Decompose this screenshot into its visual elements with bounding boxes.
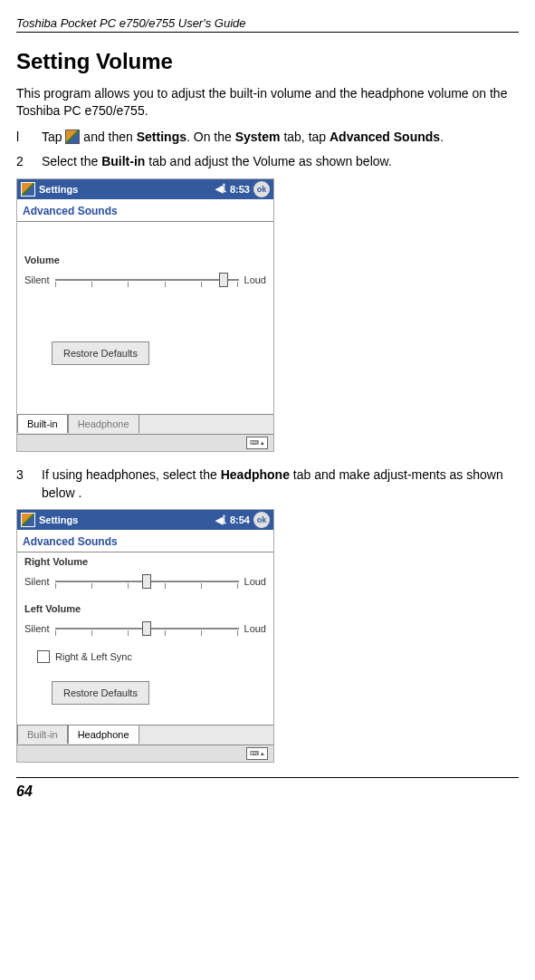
step-3: 3 If using headphones, select the Headph… — [16, 466, 519, 502]
step-1-body: Tap and then Settings. On the System tab… — [42, 129, 519, 147]
titlebar: Settings ◀ἱ 8:54 ok — [17, 510, 273, 530]
step-1-system: System — [235, 130, 281, 144]
step-2-builtin: Built-in — [101, 154, 145, 168]
volume-slider-row: Silent Loud — [24, 271, 266, 289]
step-1-number: l — [16, 129, 42, 147]
loud-label: Loud — [244, 623, 266, 634]
restore-defaults-button[interactable]: Restore Defaults — [52, 341, 149, 365]
ok-button[interactable]: ok — [253, 181, 270, 197]
sync-label: Right & Left Sync — [55, 651, 132, 662]
step-1-text-a: Tap — [42, 130, 65, 144]
clock: 8:54 — [230, 514, 250, 525]
left-volume-label: Left Volume — [24, 603, 266, 614]
screenshot-builtin: Settings ◀ἱ 8:53 ok Advanced Sounds Volu… — [16, 178, 274, 452]
start-icon[interactable] — [21, 513, 35, 527]
silent-label: Silent — [24, 623, 50, 634]
right-volume-slider[interactable] — [55, 572, 239, 591]
loud-label: Loud — [244, 274, 266, 285]
volume-label: Volume — [24, 255, 266, 265]
sync-checkbox[interactable] — [37, 650, 50, 663]
settings-section-title: Advanced Sounds — [17, 199, 273, 221]
footer-rule — [16, 777, 519, 778]
tab-bar: Built-in Headphone — [17, 725, 273, 745]
running-header: Toshiba Pocket PC e750/e755 User's Guide — [16, 16, 519, 30]
settings-section-title: Advanced Sounds — [17, 530, 273, 552]
page-number: 64 — [16, 783, 519, 800]
keyboard-icon[interactable]: ⌨ ▴ — [246, 437, 268, 449]
tab-builtin[interactable]: Built-in — [17, 414, 68, 433]
restore-defaults-button[interactable]: Restore Defaults — [52, 681, 149, 705]
start-icon — [65, 130, 80, 144]
titlebar: Settings ◀ἱ 8:53 ok — [17, 179, 273, 199]
right-volume-label: Right Volume — [24, 556, 266, 567]
window-title: Settings — [39, 184, 78, 195]
screenshot-headphone: Settings ◀ἱ 8:54 ok Advanced Sounds Righ… — [16, 509, 274, 763]
step-2-text-a: Select the — [42, 154, 101, 168]
loud-label: Loud — [244, 576, 266, 587]
tab-bar: Built-in Headphone — [17, 414, 273, 434]
tab-builtin[interactable]: Built-in — [17, 725, 68, 744]
step-1-text-b: and then — [83, 130, 136, 144]
start-icon[interactable] — [21, 182, 35, 197]
step-2-text-b: tab and adjust the Volume as shown below… — [145, 154, 391, 168]
silent-label: Silent — [24, 274, 50, 285]
left-volume-slider[interactable] — [55, 620, 239, 638]
step-1-text-e: . — [440, 130, 444, 144]
step-1-settings: Settings — [137, 130, 186, 144]
speaker-icon[interactable]: ◀ἱ — [215, 183, 226, 195]
speaker-icon[interactable]: ◀ἱ — [215, 514, 226, 526]
sip-bar: ⌨ ▴ — [17, 745, 273, 762]
step-1: l Tap and then Settings. On the System t… — [16, 129, 519, 147]
tab-headphone[interactable]: Headphone — [68, 414, 139, 433]
step-3-number: 3 — [16, 466, 42, 502]
intro-paragraph: This program allows you to adjust the bu… — [16, 85, 519, 120]
volume-slider[interactable] — [55, 271, 239, 289]
step-1-adv: Advanced Sounds — [330, 130, 440, 144]
step-2: 2 Select the Built-in tab and adjust the… — [16, 153, 519, 171]
step-3-text-a: If using headphones, select the — [42, 467, 221, 482]
sip-bar: ⌨ ▴ — [17, 434, 273, 451]
header-rule — [16, 32, 519, 33]
step-1-text-c: . On the — [186, 130, 235, 144]
sync-checkbox-row: Right & Left Sync — [37, 650, 266, 663]
left-volume-slider-row: Silent Loud — [24, 620, 266, 638]
step-2-number: 2 — [16, 153, 42, 171]
tab-headphone[interactable]: Headphone — [68, 725, 139, 744]
window-title: Settings — [39, 514, 78, 525]
step-2-body: Select the Built-in tab and adjust the V… — [42, 153, 519, 171]
silent-label: Silent — [24, 576, 50, 587]
clock: 8:53 — [230, 184, 250, 195]
ok-button[interactable]: ok — [253, 512, 270, 528]
right-volume-slider-row: Silent Loud — [24, 572, 266, 591]
step-3-headphone: Headphone — [221, 467, 290, 482]
keyboard-icon[interactable]: ⌨ ▴ — [246, 747, 268, 760]
page-title: Setting Volume — [16, 49, 519, 74]
step-3-body: If using headphones, select the Headphon… — [42, 466, 519, 502]
step-1-text-d: tab, tap — [281, 130, 330, 144]
